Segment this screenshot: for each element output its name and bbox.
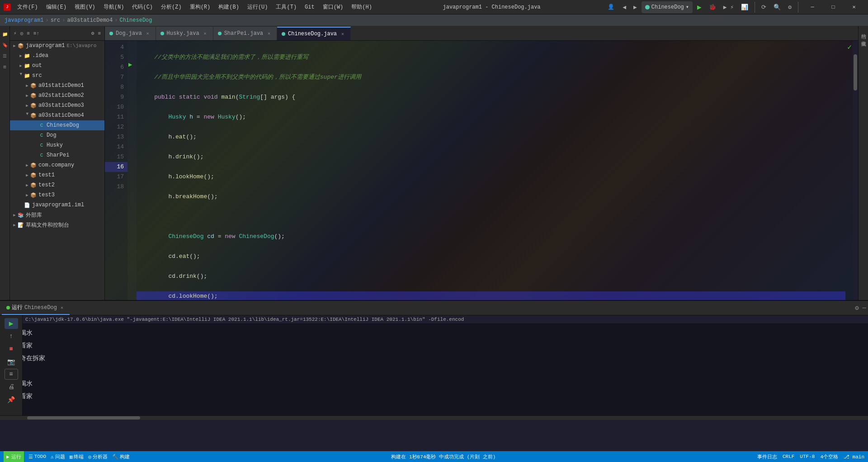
status-issues[interactable]: ⚠ 问题 [51,453,65,460]
breadcrumb-package[interactable]: a03staticDemo4 [67,17,113,24]
tab-dog[interactable]: Dog.java ✕ [105,27,156,40]
code-editor[interactable]: 4 5 6 7 8 9 10 11 12 13 14 15 16 17 18 ▶ [105,41,858,300]
rerun-button[interactable]: ↑ [5,331,18,342]
run-config-dropdown[interactable]: ChineseDog ▾ [642,1,693,13]
tree-src[interactable]: ▶ 📁 src [10,71,104,81]
menu-run[interactable]: 运行(U) [244,0,272,14]
menu-file[interactable]: 文件(F) [14,0,42,14]
tree-chinesedog[interactable]: ▶ C ChineseDog [10,120,104,130]
project-view-icon[interactable]: 📁 [0,30,9,39]
bottom-settings-icon[interactable]: ⚙ [855,304,859,312]
tree-gear2[interactable]: ≡ [97,30,102,37]
tree-external[interactable]: ▶ 📚 外部库 [10,210,104,220]
tree-husky[interactable]: ▶ C Husky [10,140,104,150]
breadcrumb-class[interactable]: ChineseDog [119,17,152,24]
stop-button[interactable]: ■ [5,343,18,354]
menu-analyze[interactable]: 分析(Z) [157,0,185,14]
pin-button[interactable]: 📌 [5,394,18,405]
breadcrumb-sep2: › [62,17,65,24]
menu-view[interactable]: 视图(V) [71,0,99,14]
tree-test3[interactable]: ▶ 📦 test3 [10,190,104,200]
account-area[interactable]: 👤 [608,4,614,10]
menu-edit[interactable]: 编辑(E) [42,0,71,14]
tree-collapse-all[interactable]: ⚡ [13,29,18,37]
print-button[interactable]: 🖨 [5,381,18,392]
breadcrumb-src[interactable]: src [51,17,61,24]
tree-a01[interactable]: ▶ 📦 a01staticDemo1 [10,81,104,90]
bottom-minimize-icon[interactable]: ─ [863,305,866,312]
tree-dog[interactable]: ▶ C Dog [10,130,104,140]
minimize-button[interactable]: ─ [802,0,823,14]
profile-button[interactable]: 📊 [738,0,751,14]
wrap-button[interactable]: ≡ [5,369,18,380]
tree-navigate[interactable]: ◎ [19,29,24,37]
tab-chinesedog-close[interactable]: ✕ [340,31,346,37]
git-branch[interactable]: ⎇ main [844,454,864,460]
statusbar-right: 事件日志 CRLF UTF-8 4个空格 ⎇ main [757,453,864,460]
status-run-icon[interactable]: ▶ 运行 [4,451,24,462]
tree-test1[interactable]: ▶ 📦 test1 [10,170,104,180]
tree-a03[interactable]: ▶ 📦 a03staticDemo3 [10,100,104,110]
ext-arrow: ▶ [12,212,17,218]
status-terminal[interactable]: ▥ 终端 [70,453,84,460]
status-run-arrow: ▶ [6,454,9,460]
maximize-button[interactable]: □ [823,0,844,14]
debug-button[interactable]: 🐞 [706,0,719,14]
tree-settings[interactable]: ⚙ [90,29,95,37]
menu-git[interactable]: Git [301,0,318,14]
tree-sharpei[interactable]: ▶ C SharPei [10,150,104,160]
run-button[interactable]: ▶ [694,0,704,14]
menu-help[interactable]: 帮助(H) [348,0,376,14]
menu-build[interactable]: 构建(B) [215,0,243,14]
encoding[interactable]: UTF-8 [800,454,815,459]
menu-tools[interactable]: 工具(T) [272,0,300,14]
tree-iml[interactable]: ▶ 📄 javaprogram1.iml [10,200,104,210]
tree-a03d4[interactable]: ▶ 📦 a03staticDemo4 [10,110,104,120]
vertical-scrollbar[interactable] [853,41,858,300]
bookmarks-icon[interactable]: 🔖 [0,41,9,50]
bottom-scrollbar-x[interactable] [0,415,868,420]
update-button[interactable]: ⟳ [759,0,769,14]
run-again-button[interactable]: ▶ [5,324,18,329]
bottom-tab-run[interactable]: 运行 ChineseDog ✕ [2,301,70,315]
tab-husky[interactable]: Husky.java ✕ [156,27,213,40]
status-profiler[interactable]: ◎ 分析器 [88,453,108,460]
screenshot-button[interactable]: 📷 [5,356,18,367]
tab-sharpei-close[interactable]: ✕ [266,30,272,37]
forward-button[interactable]: ▶ [631,0,640,14]
menu-navigate[interactable]: 导航(N) [100,0,128,14]
tree-test2[interactable]: ▶ 📦 test2 [10,180,104,190]
breadcrumb-project[interactable]: javaprogram1 [5,17,43,24]
tree-idea[interactable]: ▶ 📁 .idea [10,51,104,61]
structure-icon[interactable]: ☰ [0,52,9,61]
tab-husky-close[interactable]: ✕ [202,30,208,37]
run-with-coverage[interactable]: ▶ ⚡ [721,0,736,14]
menu-code[interactable]: 代码(C) [128,0,156,14]
line-ending[interactable]: CRLF [783,454,794,459]
menu-refactor[interactable]: 重构(R) [186,0,214,14]
hierarchy-icon[interactable]: ⊞ [0,62,9,71]
menu-window[interactable]: 窗口(W) [319,0,347,14]
tree-out[interactable]: ▶ 📁 out [10,61,104,71]
tree-scratch[interactable]: ▶ 📝 草稿文件和控制台 [10,220,104,230]
tab-dog-close[interactable]: ✕ [145,30,151,37]
structure-panel-label[interactable]: 结构 [859,26,868,33]
back-button[interactable]: ◀ [620,0,629,14]
tab-chinesedog[interactable]: ChineseDog.java ✕ [277,27,351,40]
tree-a02[interactable]: ▶ 📦 a02staticDemo2 [10,90,104,100]
close-button[interactable]: ✕ [844,0,864,14]
tree-filter[interactable]: ≡↑ [33,30,40,37]
code-content[interactable]: //父类中的方法不能满足我们的需求了，所以需要进行重写 //而且中华田园犬完全用… [137,41,853,300]
search-everywhere[interactable]: 🔍 [771,0,783,14]
indent[interactable]: 4个空格 [820,453,838,460]
run-tab-close[interactable]: ✕ [59,305,65,311]
tree-company[interactable]: ▶ 📦 com.company [10,160,104,170]
favorites-panel-label[interactable]: 收藏夹 [859,33,868,41]
tab-sharpei[interactable]: SharPei.java ✕ [213,27,277,40]
status-todo[interactable]: ☰ TODO [28,454,46,460]
status-build[interactable]: 🔨 构建 [112,453,130,460]
event-log-label[interactable]: 事件日志 [757,453,777,460]
settings-button[interactable]: ⚙ [785,0,794,14]
tree-root[interactable]: ▶ 📦 javaprogram1 E:\javapro [10,41,104,51]
tree-sort[interactable]: ≡ [26,30,31,37]
